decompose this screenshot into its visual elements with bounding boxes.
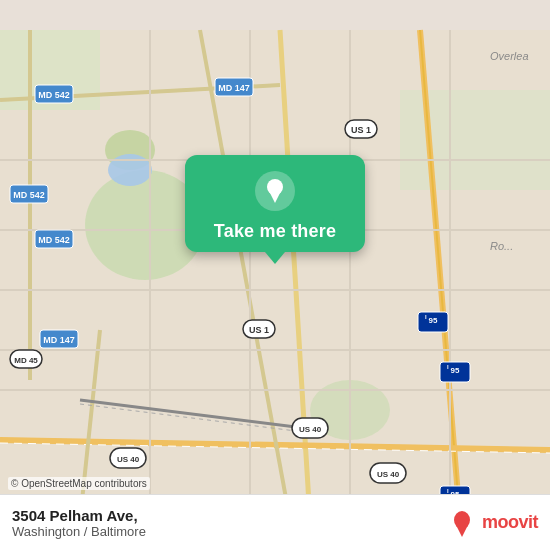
city-line: Washington / Baltimore — [12, 524, 146, 539]
svg-text:MD 542: MD 542 — [38, 90, 70, 100]
moovit-logo: moovit — [446, 507, 538, 539]
svg-text:MD 542: MD 542 — [38, 235, 70, 245]
navigation-card: Take me there — [185, 155, 365, 264]
svg-text:US 40: US 40 — [117, 455, 140, 464]
address-block: 3504 Pelham Ave, Washington / Baltimore — [12, 507, 146, 539]
svg-text:95: 95 — [451, 366, 460, 375]
svg-text:US 40: US 40 — [299, 425, 322, 434]
svg-marker-65 — [456, 525, 468, 537]
moovit-pin-icon — [446, 507, 478, 539]
address-line: 3504 Pelham Ave, — [12, 507, 146, 524]
svg-rect-5 — [400, 90, 550, 190]
svg-text:US 1: US 1 — [249, 325, 269, 335]
map-container: MD 542 MD 542 MD 542 MD 147 MD 147 US 1 … — [0, 0, 550, 550]
moovit-brand-text: moovit — [482, 512, 538, 533]
location-pin-icon — [253, 169, 297, 213]
info-bar: 3504 Pelham Ave, Washington / Baltimore … — [0, 494, 550, 550]
svg-text:Overlea: Overlea — [490, 50, 529, 62]
take-me-there-button[interactable]: Take me there — [214, 221, 336, 242]
svg-text:MD 542: MD 542 — [13, 190, 45, 200]
svg-text:MD 147: MD 147 — [43, 335, 75, 345]
svg-text:Ro...: Ro... — [490, 240, 513, 252]
green-card: Take me there — [185, 155, 365, 252]
svg-text:95: 95 — [429, 316, 438, 325]
map-attribution: © OpenStreetMap contributors — [8, 477, 150, 490]
svg-text:MD 147: MD 147 — [218, 83, 250, 93]
svg-point-6 — [108, 154, 152, 186]
svg-text:US 40: US 40 — [377, 470, 400, 479]
svg-text:MD 45: MD 45 — [14, 356, 38, 365]
svg-text:US 1: US 1 — [351, 125, 371, 135]
card-tail — [265, 252, 285, 264]
